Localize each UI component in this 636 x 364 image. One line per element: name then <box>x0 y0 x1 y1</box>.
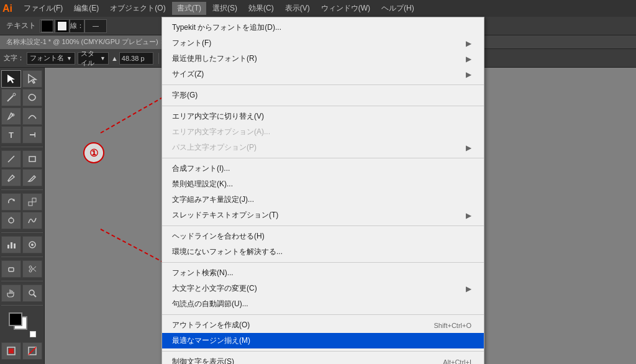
create-outline-shortcut: Shift+Ctrl+O <box>434 322 471 329</box>
scissors-btn[interactable] <box>22 260 42 278</box>
menu-item-show-control-chars[interactable]: 制御文字を表示(S) Alt+Ctrl+I <box>162 354 484 364</box>
hand-tool-btn[interactable] <box>1 284 21 302</box>
menu-item-resolve-missing-font[interactable]: 環境にないフォントを解決する... <box>162 244 484 260</box>
svg-rect-23 <box>9 348 14 353</box>
selection-tool-btn[interactable] <box>1 70 21 88</box>
menu-section-1: Typekit からフォントを追加(D)... フォント(F) ▶ 最近使用した… <box>162 17 484 85</box>
menu-item-font[interactable]: フォント(F) ▶ <box>162 35 484 51</box>
type-tool-btn[interactable]: T <box>1 126 21 143</box>
menu-edit[interactable]: 編集(E) <box>69 2 104 15</box>
menu-item-create-outline[interactable]: アウトラインを作成(O) Shift+Ctrl+O <box>162 317 484 333</box>
menu-item-find-font[interactable]: フォント検索(N)... <box>162 265 484 281</box>
menu-item-threaded-text[interactable]: スレッドテキストオプション(T) ▶ <box>162 207 484 223</box>
paintbrush-btn[interactable] <box>1 169 21 186</box>
svg-rect-15 <box>9 268 14 271</box>
scale-tool-btn[interactable] <box>22 193 42 211</box>
svg-line-21 <box>34 294 36 297</box>
menu-item-area-type-options[interactable]: エリア内文字オプション(A)... <box>162 124 484 140</box>
menu-item-type-on-path[interactable]: パス上文字オプション(P) ▶ <box>162 140 484 155</box>
stroke-weight-label: 線： <box>70 21 84 30</box>
fill-btn[interactable] <box>1 342 21 360</box>
graph-tool-btn[interactable] <box>1 236 21 253</box>
magic-wand-btn[interactable] <box>1 89 21 106</box>
color-swatch-area <box>7 311 37 339</box>
menu-select[interactable]: 選択(S) <box>207 2 242 15</box>
eraser-btn[interactable] <box>1 260 21 278</box>
menu-item-glyph[interactable]: 字形(G) <box>162 88 484 103</box>
color-separator <box>1 305 43 306</box>
toolbar-label: テキスト <box>2 20 40 31</box>
menu-item-mojikumi[interactable]: 文字組みアキ量設定(J)... <box>162 192 484 207</box>
menu-view[interactable]: 表示(V) <box>280 2 315 15</box>
zoom-tool-btn[interactable] <box>22 284 42 302</box>
menu-file[interactable]: ファイル(F) <box>19 2 68 15</box>
document-tab[interactable]: 名称未設定-1 * @ 100% (CMYK/GPU プレビュー) × <box>0 35 171 49</box>
menu-item-size[interactable]: サイズ(Z) ▶ <box>162 66 484 82</box>
svg-rect-12 <box>14 243 16 248</box>
svg-rect-10 <box>7 245 9 248</box>
vertical-type-btn[interactable]: T <box>22 126 42 143</box>
rotate-tool-btn[interactable] <box>1 193 21 211</box>
menu-item-optical-margin[interactable]: 最適なマージン揃え(M) <box>162 333 484 348</box>
menu-effect[interactable]: 効果(C) <box>243 2 279 15</box>
stroke-color-box[interactable] <box>55 19 70 33</box>
direct-selection-tool-btn[interactable] <box>22 70 42 88</box>
annotation-line-2 <box>101 229 169 265</box>
reshape-btn[interactable] <box>22 212 42 229</box>
menu-window[interactable]: ウィンドウ(W) <box>316 2 375 15</box>
tool-row-graph <box>1 236 43 253</box>
menu-item-fit-headline[interactable]: ヘッドラインを合わせる(H) <box>162 229 484 244</box>
menu-item-typekit[interactable]: Typekit からフォントを追加(D)... <box>162 20 484 35</box>
menu-item-change-case[interactable]: 大文字と小文字の変更(C) ▶ <box>162 281 484 296</box>
stroke-color-swatch[interactable] <box>57 20 68 32</box>
foreground-color-swatch[interactable] <box>9 312 22 326</box>
tool-row-1 <box>1 70 43 88</box>
menu-section-2: 字形(G) <box>162 85 484 106</box>
tool-separator-4 <box>1 257 43 257</box>
pencil-btn[interactable] <box>22 169 42 186</box>
tool-row-scissors <box>1 260 43 278</box>
svg-point-17 <box>29 270 32 272</box>
menu-item-kinsoku[interactable]: 禁則処理設定(K)... <box>162 176 484 192</box>
font-size-input[interactable]: 48.38 p <box>119 52 153 65</box>
menu-help[interactable]: ヘルプ(H) <box>376 2 419 15</box>
puppet-warp-btn[interactable] <box>1 212 21 229</box>
menu-item-punctuation[interactable]: 句読点の自動調節(U)... <box>162 296 484 312</box>
menu-object[interactable]: オブジェクト(O) <box>105 2 170 15</box>
menu-section-3: エリア内文字に切り替え(V) エリア内文字オプション(A)... パス上文字オプ… <box>162 106 484 158</box>
menu-item-area-type-switch[interactable]: エリア内文字に切り替え(V) <box>162 109 484 124</box>
fill-color-box[interactable] <box>40 19 55 33</box>
font-style-selector[interactable]: スタイル ▼ <box>78 52 109 65</box>
menu-item-recent-font[interactable]: 最近使用したフォント(R) ▶ <box>162 51 484 66</box>
menu-type[interactable]: 書式(T) <box>172 2 206 15</box>
pen-tool-btn[interactable] <box>1 107 21 125</box>
prop-separator <box>158 53 159 64</box>
line-tool-btn[interactable] <box>1 150 21 168</box>
fill-color-swatch[interactable] <box>41 20 53 32</box>
font-family-selector[interactable]: フォント名 ▼ <box>27 52 75 65</box>
menu-section-5: ヘッドラインを合わせる(H) 環境にないフォントを解決する... <box>162 226 484 263</box>
tool-row-rotate <box>1 193 43 211</box>
menu-section-6: フォント検索(N)... 大文字と小文字の変更(C) ▶ 句読点の自動調節(U)… <box>162 263 484 315</box>
curvature-btn[interactable] <box>22 107 42 125</box>
menu-section-8: 制御文字を表示(S) Alt+Ctrl+I 組み方向(Y) ▶ <box>162 352 484 364</box>
swap-colors-btn[interactable] <box>30 331 36 337</box>
tool-row-shape <box>1 150 43 168</box>
lasso-btn[interactable] <box>22 89 42 106</box>
font-size-control[interactable]: ▲ 48.38 p <box>111 52 153 65</box>
svg-line-25 <box>29 347 36 355</box>
rect-tool-btn[interactable] <box>22 150 42 168</box>
stroke-weight-input[interactable]: — <box>84 19 107 33</box>
tool-row-3 <box>1 107 43 125</box>
tool-separator-1 <box>1 147 43 147</box>
menu-item-composite-font[interactable]: 合成フォント(I)... <box>162 161 484 176</box>
font-style-arrow: ▼ <box>100 55 106 61</box>
svg-point-8 <box>9 218 14 223</box>
stroke-weight-box[interactable]: 線： <box>70 19 84 33</box>
tool-row-distort <box>1 212 43 229</box>
annotation-number: ① <box>89 147 98 159</box>
symbol-btn[interactable] <box>22 236 42 253</box>
menu-section-7: アウトラインを作成(O) Shift+Ctrl+O 最適なマージン揃え(M) <box>162 315 484 352</box>
font-label: 文字： <box>4 53 24 63</box>
no-fill-btn[interactable] <box>22 342 42 360</box>
